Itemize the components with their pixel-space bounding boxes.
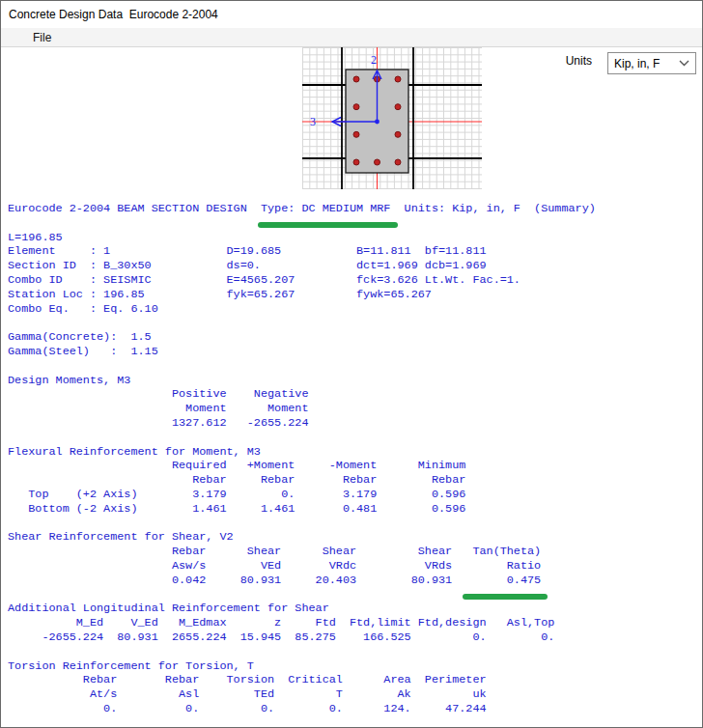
section-sketch: 2 3 [302,47,482,189]
report-wrap: Eurocode 2-2004 BEAM SECTION DESIGN Type… [1,202,703,716]
section-center-dot [375,120,380,125]
rebar-dot [375,159,380,165]
units-label: Units [566,54,592,68]
rebar-dot [395,131,401,137]
menu-item-file[interactable]: File [25,29,59,46]
design-report: Eurocode 2-2004 BEAM SECTION DESIGN Type… [1,202,703,716]
rebar-dot [353,104,359,110]
client-area: 2 3 Units Kip, in, F Eurocode 2-2004 BEA… [1,47,702,727]
rebar-dot [395,104,401,110]
chevron-down-icon [679,60,689,67]
titlebar: Concrete Design Data Eurocode 2-2004 [1,1,702,28]
rebar-dot [395,76,401,82]
rebar-dot [353,159,359,165]
highlight-underline [463,594,548,600]
window-title: Concrete Design Data Eurocode 2-2004 [9,8,218,21]
axis-2-label: 2 [371,53,377,67]
axis-3-label: 3 [310,115,316,128]
units-dropdown[interactable]: Kip, in, F [607,52,696,74]
rebar-dot [395,159,401,165]
rebar-dot [353,131,359,137]
app-window: Concrete Design Data Eurocode 2-2004 Fil… [0,0,703,728]
units-value: Kip, in, F [614,57,679,70]
rebar-dot [353,76,359,82]
highlight-underline [258,222,397,228]
menubar: File [1,28,702,47]
